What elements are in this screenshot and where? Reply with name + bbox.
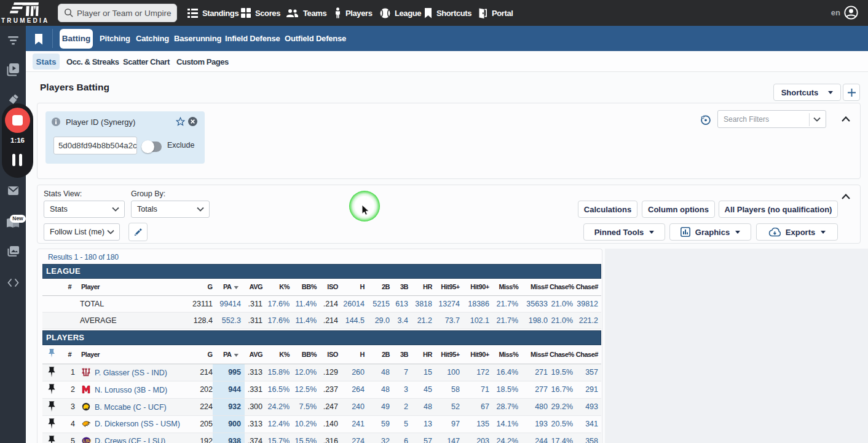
svg-text:TRUMEDIA: TRUMEDIA	[1, 17, 49, 24]
svg-text:LSU: LSU	[83, 439, 91, 443]
